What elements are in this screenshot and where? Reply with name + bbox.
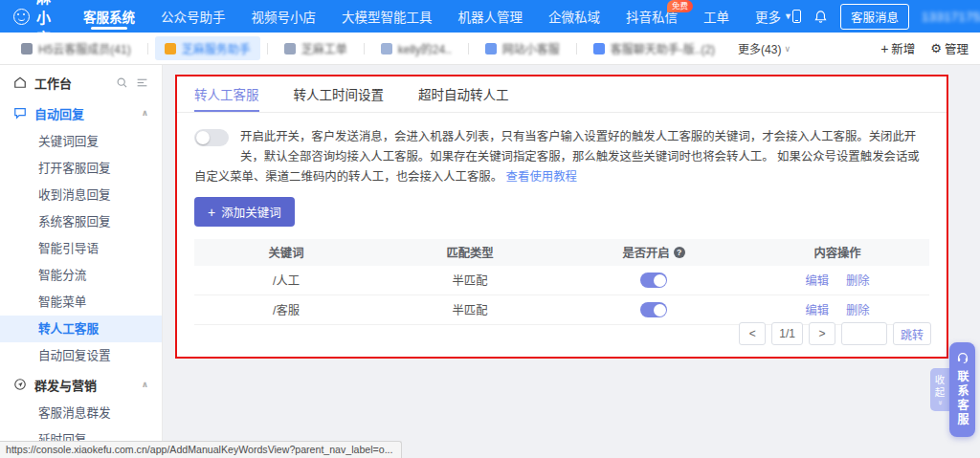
collapse-widget-button[interactable]: 收起 » (930, 368, 949, 411)
col-header-match-type: 匹配类型 (378, 244, 562, 261)
edit-link[interactable]: 编辑 (805, 272, 829, 289)
account-tab-icon (284, 43, 296, 55)
account-tab[interactable]: 芝麻工单 (275, 36, 357, 60)
account-tab-icon (593, 43, 605, 55)
nav-item-official-account[interactable]: 公众号助手 (161, 0, 226, 33)
nav-item-robot-manage[interactable]: 机器人管理 (458, 0, 523, 33)
sidebar-item-open-service-reply[interactable]: 打开客服回复 (0, 155, 162, 182)
more-accounts-dropdown[interactable]: 更多(43) ∨ (738, 40, 791, 56)
search-icon[interactable] (116, 76, 128, 89)
nav-item-label: 企微私域 (548, 7, 600, 26)
sidebar-item-smart-menu[interactable]: 智能菜单 (0, 289, 162, 316)
sidebar-item-transfer-to-human[interactable]: 转人工客服 (0, 316, 162, 342)
nav-item-label: 视频号小店 (252, 7, 317, 26)
col-header-enabled-label: 是否开启 (622, 244, 669, 261)
contact-float-widget: 收起 » 联系客服 (930, 342, 975, 437)
nav-item-label: 更多 (755, 7, 781, 26)
pagination: < 1/1 > 跳转 (739, 322, 931, 345)
sidebar-item-smart-guide[interactable]: 智能引导语 (0, 235, 162, 262)
sidebar-section-auto-reply[interactable]: 自动回复 ∧ (0, 98, 162, 128)
add-keyword-button[interactable]: + 添加关键词 (194, 197, 295, 227)
nav-item-label: 机器人管理 (458, 7, 523, 26)
main-nav-menu: 客服系统 公众号助手 视频号小店 大模型智能工具 机器人管理 企微私域 抖音私信… (83, 0, 792, 33)
nav-item-service-system[interactable]: 客服系统 (83, 0, 135, 33)
row-actions: 编辑 删除 (746, 301, 929, 318)
sidebar-item-received-message-reply[interactable]: 收到消息回复 (0, 182, 162, 208)
left-sidebar: 工作台 自动回复 ∧ 关键词回复 打开客服回复 收到消息回复 (0, 65, 163, 458)
account-tab-active[interactable]: 芝麻服务助手 (155, 36, 260, 60)
add-account-label: 新增 (891, 39, 915, 57)
nav-item-douyin-dm[interactable]: 抖音私信 免费 (626, 0, 678, 33)
service-message-button[interactable]: 客服消息 (840, 4, 909, 30)
sidebar-item-service-message-broadcast[interactable]: 客服消息群发 (0, 400, 162, 426)
contact-service-button[interactable]: 联系客服 (949, 342, 975, 437)
gear-icon: ⚙ (930, 42, 942, 55)
keyword-cell: /人工 (194, 272, 378, 289)
tab-timeout-auto-transfer[interactable]: 超时自动转人工 (418, 76, 509, 112)
sidebar-item-workbench[interactable]: 工作台 (0, 67, 162, 98)
sidebar-item-auto-reply-settings[interactable]: 自动回复设置 (0, 342, 162, 369)
account-tab-label: kelly的24.. (398, 40, 452, 56)
chevron-down-icon: ▼ (784, 11, 792, 21)
prev-page-button[interactable]: < (739, 322, 766, 345)
divider (364, 43, 365, 55)
account-tab[interactable]: kelly的24.. (371, 36, 461, 60)
menu-list-icon[interactable] (136, 76, 148, 89)
headset-icon (956, 351, 969, 364)
settings-tabs: 转人工客服 转人工时间设置 超时自动转人工 (177, 76, 947, 113)
delete-link[interactable]: 删除 (846, 301, 870, 318)
account-tab-label: 网站小客服 (502, 40, 560, 56)
page-indicator: 1/1 (771, 322, 803, 345)
account-tab-icon (485, 43, 497, 55)
divider (576, 43, 577, 55)
delete-link[interactable]: 删除 (846, 272, 870, 289)
next-page-button[interactable]: > (809, 322, 835, 345)
row-actions: 编辑 删除 (746, 272, 929, 289)
nav-item-wecom[interactable]: 企微私域 (548, 0, 600, 33)
feature-description: 开启此开关，客户发送消息，会进入机器人列表，只有当客户输入设置好的触发人工客服的… (194, 127, 929, 187)
tutorial-link[interactable]: 查看使用教程 (506, 170, 577, 184)
match-type-cell: 半匹配 (378, 272, 562, 289)
account-tab-label: H5云客服成员(41) (38, 40, 131, 56)
page-jump-input[interactable] (841, 322, 887, 345)
keyword-table: 关键词 匹配类型 是否开启 ? 内容操作 /人工 半匹配 编辑 删除 (194, 239, 929, 325)
help-question-icon[interactable]: ? (674, 247, 685, 258)
sidebar-section-broadcast-marketing[interactable]: 群发与营销 ∧ (0, 369, 162, 400)
account-tab[interactable]: 客服聊天助手-版..(2) (584, 36, 724, 60)
tab-transfer-time-settings[interactable]: 转人工时间设置 (294, 76, 385, 112)
smiley-logo-icon (13, 9, 30, 25)
add-account-button[interactable]: + 新增 (880, 39, 915, 57)
table-row: /人工 半匹配 编辑 删除 (194, 266, 929, 295)
chevron-up-icon: ∧ (142, 108, 148, 118)
account-phone-number: 13317175298 (922, 10, 980, 24)
row-enabled-toggle[interactable] (640, 273, 667, 288)
divider (468, 43, 469, 55)
nav-item-more[interactable]: 更多 ▼ (755, 0, 792, 33)
top-navbar: 芝麻小客服 客服系统 公众号助手 视频号小店 大模型智能工具 机器人管理 企微私… (0, 0, 980, 33)
jump-button[interactable]: 跳转 (893, 322, 931, 345)
divider (267, 43, 268, 55)
mobile-icon[interactable] (792, 10, 801, 23)
col-header-enabled: 是否开启 ? (562, 244, 746, 261)
nav-item-tickets[interactable]: 工单 (703, 0, 729, 33)
nav-item-video-shop[interactable]: 视频号小店 (252, 0, 317, 33)
row-enabled-toggle[interactable] (640, 302, 667, 317)
nav-item-llm-tools[interactable]: 大模型智能工具 (342, 0, 433, 33)
account-tab[interactable]: H5云客服成员(41) (11, 36, 141, 60)
account-tab-label: 芝麻工单 (301, 40, 347, 56)
tab-transfer-to-human[interactable]: 转人工客服 (194, 76, 259, 112)
bell-icon[interactable] (813, 10, 828, 24)
sidebar-item-keyword-reply[interactable]: 关键词回复 (0, 128, 162, 155)
account-tab-label: 芝麻服务助手 (182, 40, 251, 56)
sidebar-item-smart-routing[interactable]: 智能分流 (0, 262, 162, 289)
edit-link[interactable]: 编辑 (805, 301, 829, 318)
add-keyword-label: 添加关键词 (221, 203, 281, 221)
account-tab-icon (165, 43, 176, 55)
account-tab[interactable]: 网站小客服 (476, 36, 569, 60)
manage-accounts-button[interactable]: ⚙ 管理 (930, 39, 969, 57)
section-label: 群发与营销 (34, 376, 97, 394)
keyword-cell: /客服 (194, 301, 378, 318)
chat-bubble-icon (13, 106, 27, 120)
sidebar-item-system-service-reply[interactable]: 系统客服回复 (0, 208, 162, 235)
master-switch-toggle[interactable] (194, 129, 229, 146)
